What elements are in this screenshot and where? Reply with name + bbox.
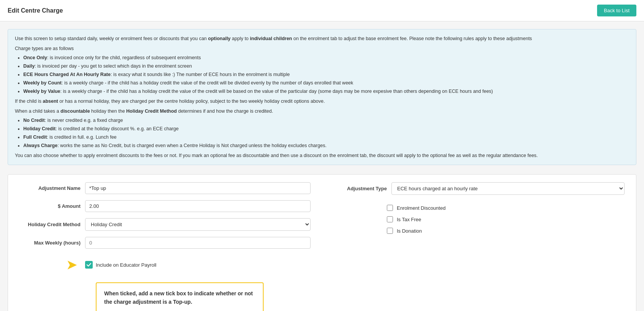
holiday-no-credit: No Credit: is never credited e.g. a fixe…	[23, 117, 629, 124]
is-tax-free-label: Is Tax Free	[397, 217, 421, 222]
tooltip-box: When ticked, add a new tick box to indic…	[96, 282, 264, 311]
charge-type-weekly-value: Weekly by Value: is a weekly charge - if…	[23, 87, 629, 95]
is-donation-checkbox[interactable]	[387, 228, 393, 234]
charge-type-once-only: Once Only: is invoiced once only for the…	[23, 54, 629, 62]
include-payroll-checkbox[interactable]	[85, 261, 93, 269]
optionally-bold: optionally	[208, 36, 230, 41]
arrow-icon: ➤	[66, 258, 77, 272]
form-left: Adjustment Name $ Amount Holiday Credit …	[19, 182, 311, 311]
amount-input[interactable]	[85, 200, 311, 212]
holiday-full-credit: Full Credit: is credited in full. e.g. L…	[23, 133, 629, 141]
adjustment-type-row: Adjustment Type ECE hours charged at an …	[333, 182, 625, 195]
holiday-credit-method-label: Holiday Credit Method	[19, 222, 80, 227]
holiday-credit-method-row: Holiday Credit Method Holiday Credit No …	[19, 218, 311, 231]
page-header: Edit Centre Charge Back to List	[0, 0, 644, 21]
tax-free-row: Is Tax Free	[387, 216, 625, 222]
absence-note: If the child is absent or has a normal h…	[15, 97, 629, 105]
checkbox-group: Enrolment Discounted Is Tax Free Is Dona…	[387, 205, 625, 234]
discount-note: You can also choose whether to apply enr…	[15, 152, 629, 159]
adjustment-type-select[interactable]: ECE hours charged at an hourly rate Once…	[391, 182, 625, 195]
info-box: Use this screen to setup standard daily,…	[8, 29, 636, 165]
charge-type-weekly-count: Weekly by Count: is a weekly charge - if…	[23, 79, 629, 87]
payroll-checkbox-wrap: Include on Educator Payroll	[85, 261, 156, 269]
form-grid: Adjustment Name $ Amount Holiday Credit …	[19, 182, 625, 311]
adjustment-name-row: Adjustment Name	[19, 182, 311, 194]
charge-type-daily: Daily: is invoiced per day - you get to …	[23, 62, 629, 70]
max-weekly-input[interactable]	[85, 237, 311, 249]
main-content: Use this screen to setup standard daily,…	[0, 21, 644, 311]
enrolment-discounted-label: Enrolment Discounted	[397, 205, 446, 211]
adjustment-name-input[interactable]	[85, 182, 311, 194]
holiday-always-charge: Always Charge: works the same as No Cred…	[23, 142, 629, 149]
amount-row: $ Amount	[19, 200, 311, 212]
back-to-list-button[interactable]: Back to List	[597, 5, 636, 16]
holiday-credit: Holiday Credit: is credited at the holid…	[23, 125, 629, 133]
holiday-note: When a child takes a discountable holida…	[15, 107, 629, 115]
payroll-row: ➤ Include on Educator Payroll	[19, 258, 311, 272]
charge-types-list: Once Only: is invoiced once only for the…	[23, 54, 629, 95]
form-right: Adjustment Type ECE hours charged at an …	[333, 182, 625, 311]
form-section: Adjustment Name $ Amount Holiday Credit …	[8, 174, 636, 311]
tooltip-text: When ticked, add a new tick box to indic…	[104, 290, 253, 305]
holiday-options-list: No Credit: is never credited e.g. a fixe…	[23, 117, 629, 149]
page-title: Edit Centre Charge	[8, 7, 63, 14]
charge-types-label: Charge types are as follows	[15, 45, 629, 52]
adjustment-type-label: Adjustment Type	[333, 186, 387, 191]
donation-row: Is Donation	[387, 228, 625, 234]
holiday-credit-method-select[interactable]: Holiday Credit No Credit Full Credit Alw…	[85, 218, 311, 231]
adjustment-name-label: Adjustment Name	[19, 185, 80, 191]
max-weekly-label: Max Weekly (hours)	[19, 240, 80, 246]
info-intro: Use this screen to setup standard daily,…	[15, 35, 629, 42]
charge-type-ece: ECE Hours Charged At An Hourly Rate: is …	[23, 71, 629, 78]
max-weekly-row: Max Weekly (hours)	[19, 237, 311, 249]
payroll-label: Include on Educator Payroll	[96, 262, 156, 268]
is-tax-free-checkbox[interactable]	[387, 216, 393, 222]
enrolment-discounted-row: Enrolment Discounted	[387, 205, 625, 211]
individual-children-bold: individual children	[250, 36, 292, 41]
is-donation-label: Is Donation	[397, 228, 422, 234]
amount-label: $ Amount	[19, 203, 80, 209]
enrolment-discounted-checkbox[interactable]	[387, 205, 393, 211]
